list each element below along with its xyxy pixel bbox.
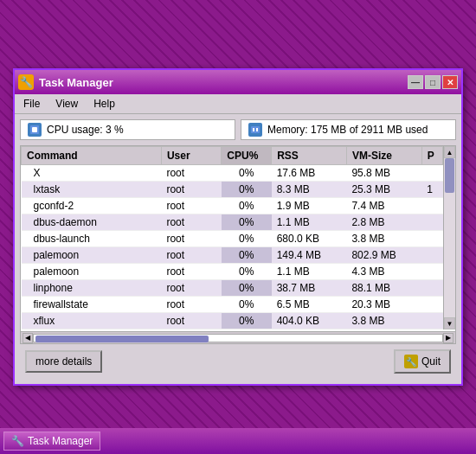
col-vmsize[interactable]: VM-Size xyxy=(346,147,421,165)
cell-vmsize: 3.8 MB xyxy=(346,313,421,329)
menu-file[interactable]: File xyxy=(20,96,43,112)
task-manager-window: 🔧 Task Manager — □ ✕ File View Help CPU … xyxy=(13,68,463,386)
horizontal-scrollbar[interactable]: ◀ ▶ xyxy=(21,331,455,343)
cell-rss: 38.7 MB xyxy=(272,280,347,297)
process-table: Command User CPU% RSS VM-Size P X ro xyxy=(21,146,443,329)
cell-rss: 149.4 MB xyxy=(272,247,347,264)
taskbar-task-manager[interactable]: 🔧 Task Manager xyxy=(3,432,100,451)
scroll-up-arrow[interactable]: ▲ xyxy=(444,146,455,158)
svg-rect-4 xyxy=(256,128,258,131)
table-row[interactable]: lxtask root 0% 8.3 MB 25.3 MB 1 xyxy=(22,182,443,198)
cell-user: root xyxy=(161,198,221,214)
table-row[interactable]: palemoon root 0% 1.1 MB 4.3 MB xyxy=(22,264,443,280)
cell-command: X xyxy=(22,165,162,182)
table-row[interactable]: gconfd-2 root 0% 1.9 MB 7.4 MB xyxy=(22,198,443,214)
scroll-track[interactable] xyxy=(444,158,455,317)
table-row[interactable]: dbus-daemon root 0% 1.1 MB 2.8 MB xyxy=(22,214,443,231)
cell-p xyxy=(421,198,442,214)
table-row[interactable]: xflux root 0% 404.0 KB 3.8 MB xyxy=(22,313,443,329)
cell-command: xflux xyxy=(22,313,162,329)
quit-icon: 🔧 xyxy=(404,355,418,368)
cell-cpu: 0% xyxy=(222,165,272,182)
table-row[interactable]: linphone root 0% 38.7 MB 88.1 MB xyxy=(22,280,443,297)
hscroll-track[interactable] xyxy=(33,334,443,342)
cell-p xyxy=(421,280,442,297)
close-button[interactable]: ✕ xyxy=(442,75,458,89)
quit-button[interactable]: 🔧 Quit xyxy=(394,349,451,374)
cell-vmsize: 95.8 MB xyxy=(346,165,421,182)
more-details-button[interactable]: more details xyxy=(25,350,102,373)
cell-rss: 17.6 MB xyxy=(272,165,347,182)
scroll-right-arrow[interactable]: ▶ xyxy=(443,333,453,343)
cell-vmsize: 3.8 MB xyxy=(346,231,421,247)
cell-user: root xyxy=(161,214,221,231)
taskbar-label: Task Manager xyxy=(28,435,93,447)
scroll-thumb[interactable] xyxy=(445,158,454,193)
cell-user: root xyxy=(161,165,221,182)
menu-help[interactable]: Help xyxy=(90,96,119,112)
cell-vmsize: 20.3 MB xyxy=(346,297,421,313)
vertical-scrollbar[interactable]: ▲ ▼ xyxy=(443,146,455,329)
minimize-button[interactable]: — xyxy=(408,75,423,89)
cell-user: root xyxy=(161,264,221,280)
cell-p xyxy=(421,214,442,231)
cell-cpu: 0% xyxy=(222,247,272,264)
cell-vmsize: 802.9 MB xyxy=(346,247,421,264)
hscroll-thumb[interactable] xyxy=(35,336,209,342)
cell-cpu: 0% xyxy=(222,280,272,297)
cell-user: root xyxy=(161,313,221,329)
table-wrapper: Command User CPU% RSS VM-Size P X ro xyxy=(21,146,455,329)
cell-cpu: 0% xyxy=(222,182,272,198)
table-row[interactable]: X root 0% 17.6 MB 95.8 MB xyxy=(22,165,443,182)
svg-rect-2 xyxy=(251,126,260,133)
cell-cpu: 0% xyxy=(222,231,272,247)
cell-rss: 680.0 KB xyxy=(272,231,347,247)
svg-rect-1 xyxy=(32,127,37,132)
cell-cpu: 0% xyxy=(222,264,272,280)
cell-vmsize: 2.8 MB xyxy=(346,214,421,231)
cell-rss: 6.5 MB xyxy=(272,297,347,313)
col-cpu[interactable]: CPU% xyxy=(222,147,272,165)
cell-cpu: 0% xyxy=(222,297,272,313)
cell-p xyxy=(421,313,442,329)
quit-label: Quit xyxy=(421,355,441,368)
cell-user: root xyxy=(161,297,221,313)
maximize-button[interactable]: □ xyxy=(425,75,441,89)
cell-vmsize: 88.1 MB xyxy=(346,280,421,297)
title-buttons: — □ ✕ xyxy=(408,75,458,89)
table-scroll[interactable]: Command User CPU% RSS VM-Size P X ro xyxy=(21,146,443,329)
col-rss[interactable]: RSS xyxy=(272,147,347,165)
stats-bar: CPU usage: 3 % Memory: 175 MB of 2911 MB… xyxy=(20,119,456,140)
cell-command: gconfd-2 xyxy=(22,198,162,214)
cell-user: root xyxy=(161,247,221,264)
cell-command: lxtask xyxy=(22,182,162,198)
process-table-container: Command User CPU% RSS VM-Size P X ro xyxy=(20,145,456,344)
memory-usage-text: Memory: 175 MB of 2911 MB used xyxy=(267,124,428,136)
cell-p xyxy=(421,297,442,313)
table-row[interactable]: palemoon root 0% 149.4 MB 802.9 MB xyxy=(22,247,443,264)
title-bar-left: 🔧 Task Manager xyxy=(18,74,113,90)
col-p[interactable]: P xyxy=(421,147,442,165)
bottom-bar: more details 🔧 Quit xyxy=(20,344,456,379)
menu-view[interactable]: View xyxy=(52,96,81,112)
cell-p xyxy=(421,264,442,280)
cell-rss: 1.1 MB xyxy=(272,214,347,231)
taskbar: 🔧 Task Manager xyxy=(0,428,476,454)
svg-rect-3 xyxy=(253,128,254,131)
col-user[interactable]: User xyxy=(161,147,221,165)
table-header-row: Command User CPU% RSS VM-Size P xyxy=(22,147,443,165)
table-inner: Command User CPU% RSS VM-Size P X ro xyxy=(21,146,443,329)
table-row[interactable]: firewallstate root 0% 6.5 MB 20.3 MB xyxy=(22,297,443,313)
table-row[interactable]: dbus-launch root 0% 680.0 KB 3.8 MB xyxy=(22,231,443,247)
cell-rss: 1.9 MB xyxy=(272,198,347,214)
cell-cpu: 0% xyxy=(222,198,272,214)
window-icon: 🔧 xyxy=(18,74,34,90)
cpu-icon xyxy=(28,123,42,137)
cell-command: palemoon xyxy=(22,264,162,280)
cell-p xyxy=(421,247,442,264)
col-command[interactable]: Command xyxy=(22,147,162,165)
cell-p xyxy=(421,231,442,247)
scroll-left-arrow[interactable]: ◀ xyxy=(23,333,33,343)
scroll-down-arrow[interactable]: ▼ xyxy=(444,317,455,329)
cell-vmsize: 4.3 MB xyxy=(346,264,421,280)
